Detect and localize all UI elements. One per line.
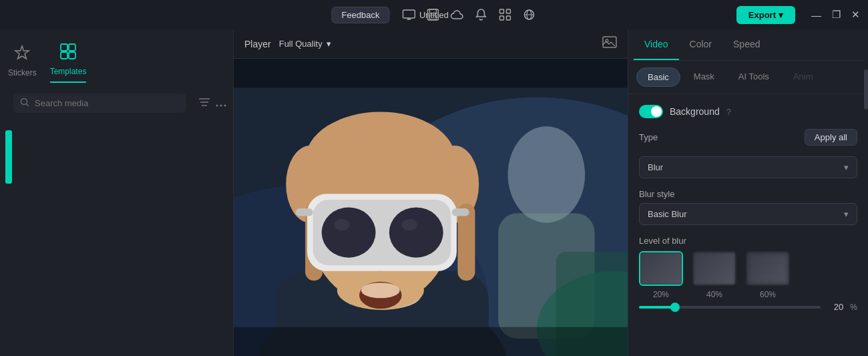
type-dropdown[interactable]: Blur ▾ <box>639 156 857 178</box>
blur-thumb-20[interactable] <box>639 251 683 286</box>
toggle-knob <box>651 106 662 117</box>
blur-slider-value: 20 <box>827 302 843 312</box>
blur-pct-60: 60% <box>760 290 776 299</box>
blur-pct-40: 40% <box>706 290 722 299</box>
save-icon[interactable] <box>426 7 441 22</box>
search-bar <box>13 94 186 113</box>
search-input[interactable] <box>35 98 180 108</box>
blur-slider-knob[interactable] <box>670 303 680 312</box>
search-icon <box>20 98 29 109</box>
blur-slider-row: 20 % <box>639 302 857 312</box>
background-label: Background <box>670 106 720 117</box>
media-thumbnail <box>5 130 12 184</box>
left-tab-bar: Stickers Templates <box>0 29 233 83</box>
monitor-icon[interactable] <box>402 7 417 22</box>
svg-point-23 <box>220 105 222 107</box>
sub-tab-mask[interactable]: Mask <box>683 67 725 87</box>
globe-icon[interactable] <box>522 7 537 22</box>
blur-style-dropdown-arrow: ▾ <box>844 209 849 219</box>
right-content: Background ? Type Apply all Blur ▾ Blur … <box>628 94 868 323</box>
templates-icon <box>59 43 77 64</box>
svg-rect-48 <box>452 208 469 216</box>
right-tab-bar: Video Color Speed <box>628 29 868 61</box>
type-row: Type Apply all <box>639 129 857 146</box>
sub-tab-basic[interactable]: Basic <box>636 67 680 87</box>
main-layout: Stickers Templates <box>0 29 868 356</box>
svg-rect-13 <box>61 44 67 51</box>
right-scrollbar-thumb[interactable] <box>864 69 868 110</box>
blur-option-20: 20% <box>639 251 683 299</box>
blur-style-label: Blur style <box>639 189 857 199</box>
export-button[interactable]: Export ▾ <box>736 6 795 24</box>
svg-rect-7 <box>507 9 511 13</box>
blur-option-60: 60% <box>746 251 790 299</box>
svg-line-18 <box>27 104 29 107</box>
close-button[interactable]: ✕ <box>851 9 860 21</box>
level-of-blur-label: Level of blur <box>639 236 857 246</box>
svg-point-17 <box>21 99 27 105</box>
quality-selector[interactable]: Full Quality ▾ <box>279 39 331 49</box>
blur-pct-20: 20% <box>653 290 669 299</box>
blur-thumb-60[interactable] <box>746 251 790 286</box>
video-frame <box>234 59 628 356</box>
minimize-button[interactable]: — <box>811 9 821 21</box>
blur-slider-track[interactable] <box>639 306 821 309</box>
tab-color[interactable]: Color <box>679 29 722 60</box>
title-bar: Untitled Feedback Export <box>0 0 868 29</box>
apply-all-button[interactable]: Apply all <box>805 129 857 146</box>
more-options-button[interactable] <box>216 98 226 109</box>
player-label: Player <box>244 39 271 49</box>
blur-level-options: 20% 40% 60% <box>639 251 857 299</box>
level-of-blur-section: Level of blur 20% 40% <box>639 236 857 312</box>
bell-icon[interactable] <box>474 7 489 22</box>
sub-tab-anim[interactable]: Anim <box>783 67 824 87</box>
svg-rect-14 <box>69 44 75 51</box>
feedback-button[interactable]: Feedback <box>331 7 389 23</box>
background-row: Background ? <box>639 105 857 118</box>
player-bar: Player Full Quality ▾ <box>234 29 628 59</box>
sidebar-item-stickers[interactable]: Stickers <box>8 44 37 83</box>
maximize-button[interactable]: ❐ <box>832 9 841 21</box>
svg-point-43 <box>322 208 376 258</box>
cloud-icon[interactable] <box>450 7 465 22</box>
blur-slider-fill <box>639 306 675 309</box>
svg-rect-5 <box>430 15 437 19</box>
svg-point-51 <box>361 283 400 298</box>
blur-thumb-40[interactable] <box>692 251 736 286</box>
svg-rect-54 <box>234 59 628 87</box>
apps-icon[interactable] <box>498 7 513 22</box>
right-sub-tab-bar: Basic Mask AI Tools Anim <box>628 61 868 94</box>
blur-style-dropdown[interactable]: Basic Blur ▾ <box>639 203 857 225</box>
video-preview <box>234 59 628 356</box>
svg-rect-9 <box>507 16 511 20</box>
svg-point-44 <box>389 208 443 258</box>
sub-tab-ai-tools[interactable]: AI Tools <box>728 67 780 87</box>
svg-point-22 <box>216 105 218 107</box>
blur-style-section: Blur style Basic Blur ▾ <box>639 189 857 225</box>
left-content-area <box>0 124 233 356</box>
blur-option-40: 40% <box>692 251 736 299</box>
svg-point-30 <box>508 126 586 222</box>
stickers-label: Stickers <box>8 68 37 77</box>
svg-point-45 <box>335 219 350 230</box>
sidebar-item-templates[interactable]: Templates <box>50 43 87 83</box>
tab-speed[interactable]: Speed <box>722 29 771 60</box>
blur-slider-unit: % <box>850 303 857 312</box>
templates-label: Templates <box>50 67 87 76</box>
svg-rect-4 <box>430 9 437 13</box>
right-scrollbar-track[interactable] <box>864 29 868 356</box>
left-panel: Stickers Templates <box>0 29 234 356</box>
svg-rect-0 <box>403 10 415 18</box>
background-toggle[interactable] <box>639 105 663 118</box>
svg-rect-6 <box>500 9 504 13</box>
filter-button[interactable] <box>198 98 210 109</box>
image-view-button[interactable] <box>602 36 617 51</box>
svg-point-46 <box>402 219 417 230</box>
svg-rect-16 <box>69 52 75 59</box>
svg-rect-15 <box>61 52 67 59</box>
tab-video[interactable]: Video <box>634 29 679 60</box>
svg-rect-8 <box>500 16 504 20</box>
svg-rect-55 <box>234 327 628 356</box>
help-icon[interactable]: ? <box>726 107 731 117</box>
dropdown-arrow-icon: ▾ <box>844 162 849 172</box>
